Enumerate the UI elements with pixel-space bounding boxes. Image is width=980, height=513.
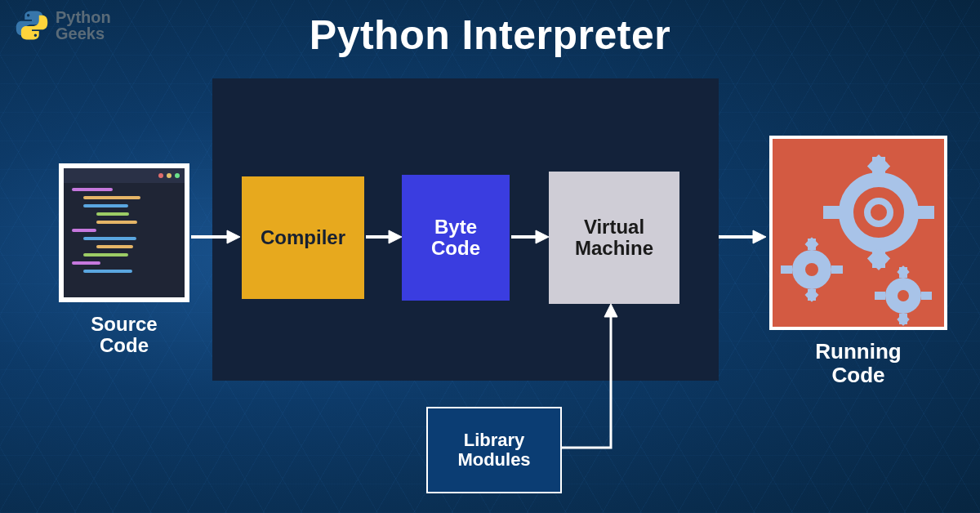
arrow-bytecode-to-vm: [511, 229, 549, 245]
minimize-dot-icon: [167, 173, 172, 178]
svg-rect-24: [875, 292, 885, 300]
svg-marker-34: [389, 230, 402, 243]
arrow-source-to-compiler: [191, 229, 240, 245]
gears-icon: [773, 139, 951, 333]
running-code-panel: [769, 136, 947, 330]
bytecode-node: ByteCode: [402, 175, 510, 301]
diagram-title: Python Interpreter: [0, 11, 980, 59]
arrow-compiler-to-bytecode: [366, 229, 402, 245]
library-modules-node: LibraryModules: [426, 407, 562, 493]
svg-marker-36: [536, 230, 549, 243]
virtual-machine-node: VirtualMachine: [549, 172, 679, 304]
close-dot-icon: [158, 173, 163, 178]
arrow-vm-to-running: [719, 229, 766, 245]
source-code-window: [59, 163, 189, 302]
svg-rect-4: [918, 206, 934, 219]
svg-point-30: [898, 290, 909, 301]
svg-rect-14: [781, 265, 792, 274]
svg-rect-3: [823, 206, 840, 219]
arrow-library-to-vm: [562, 304, 627, 456]
maximize-dot-icon: [175, 173, 180, 178]
svg-point-20: [805, 263, 818, 276]
compiler-node: Compiler: [242, 176, 364, 299]
svg-marker-32: [227, 230, 240, 243]
source-code-label: SourceCode: [59, 314, 189, 357]
running-code-label: RunningCode: [769, 340, 947, 386]
svg-rect-15: [831, 265, 843, 274]
window-controls: [64, 168, 185, 183]
svg-marker-39: [604, 304, 617, 317]
svg-rect-25: [921, 292, 932, 300]
svg-marker-38: [753, 230, 766, 243]
